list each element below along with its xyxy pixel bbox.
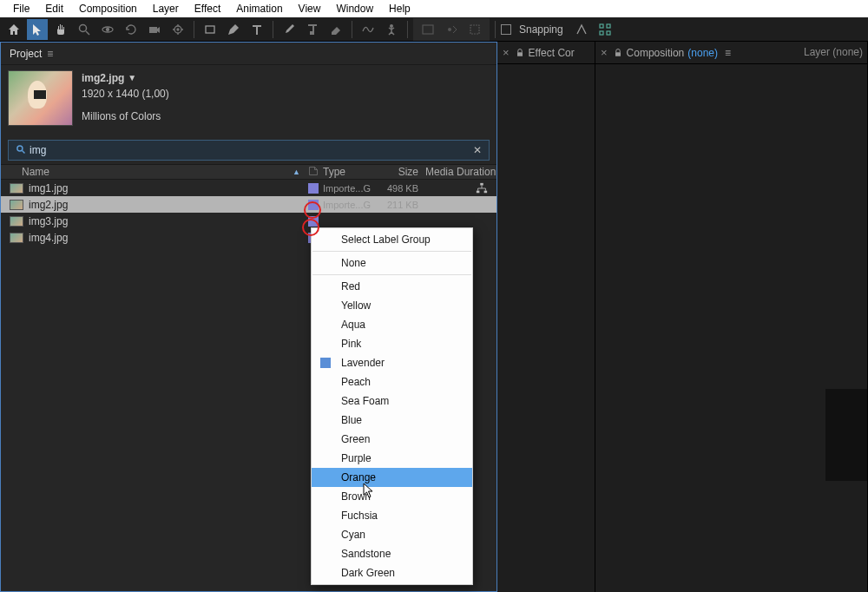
label-color-lavender[interactable]: Lavender [312,353,472,372]
label-color-orange[interactable]: Orange [312,468,472,487]
context-menu-none[interactable]: None [312,253,472,273]
lock-icon [515,48,525,58]
clone-tool-icon[interactable] [302,19,323,40]
snap-toggle-icon[interactable] [571,19,592,40]
search-row: img ✕ [8,140,490,161]
mask-tool-group [413,18,490,41]
asset-row-name: img2.jpg [29,199,68,211]
asset-name: img2.jpg [82,70,124,86]
svg-rect-7 [206,26,214,33]
home-icon[interactable] [3,19,24,40]
label-color-green[interactable]: Green [312,430,472,449]
menu-file[interactable]: File [5,1,37,16]
label-color-name: Dark Green [341,567,395,579]
label-color-name: Blue [341,414,362,426]
comp-none-link[interactable]: (none) [687,47,718,59]
label-color-red[interactable]: Red [312,277,472,296]
project-tab[interactable]: Project ≡ [1,43,496,65]
zoom-tool-icon[interactable] [74,19,95,40]
mask-mode-icon[interactable] [418,19,438,40]
selection-tool-icon[interactable] [27,19,48,40]
label-color-sandstone[interactable]: Sandstone [312,544,472,563]
menu-composition[interactable]: Composition [71,1,145,16]
snapping-checkbox[interactable] [501,24,511,35]
pen-tool-icon[interactable] [223,19,244,40]
svg-rect-20 [484,190,488,193]
label-color-blue[interactable]: Blue [312,411,472,430]
menu-view[interactable]: View [291,1,329,16]
panel-menu-icon[interactable]: ≡ [47,48,53,60]
roto-tool-icon[interactable] [358,19,378,40]
rotation-tool-icon[interactable] [121,19,141,40]
label-color-name: Purple [341,452,372,464]
puppet-tool-icon[interactable] [381,19,402,40]
label-color-dark-green[interactable]: Dark Green [312,563,472,582]
pan-behind-icon[interactable] [168,19,188,40]
svg-rect-12 [600,24,603,28]
label-color-aqua[interactable]: Aqua [312,315,472,334]
asset-row[interactable]: img1.jpgImporte...G498 KB [1,180,496,196]
asset-dropdown-caret[interactable]: ▼ [128,70,136,86]
label-color-purple[interactable]: Purple [312,449,472,468]
column-headers: Name ▲ Type Size Media Duration [1,164,496,180]
column-media-duration[interactable]: Media Duration [425,166,496,178]
close-icon[interactable]: × [503,46,511,59]
context-menu-title[interactable]: Select Label Group [312,230,472,249]
label-color-pink[interactable]: Pink [312,334,472,353]
menu-help[interactable]: Help [381,1,418,16]
search-input[interactable]: img [30,144,466,156]
label-color-cyan[interactable]: Cyan [312,525,472,544]
mask-expand-icon[interactable] [464,19,485,40]
column-type[interactable]: Type [323,166,384,178]
menu-layer[interactable]: Layer [145,1,187,16]
panel-menu-icon[interactable]: ≡ [725,47,731,59]
menu-effect[interactable]: Effect [187,1,228,16]
asset-thumbnail[interactable] [8,70,73,126]
eraser-tool-icon[interactable] [326,19,346,40]
layer-tab-label[interactable]: Layer (none) [804,46,863,58]
close-icon[interactable]: × [601,46,609,59]
label-color-fuchsia[interactable]: Fuchsia [312,506,472,525]
label-color-name: Orange [341,471,376,483]
svg-rect-14 [600,31,603,35]
project-tab-label: Project [10,48,42,60]
mask-feather-icon[interactable] [441,19,462,40]
svg-rect-11 [470,25,479,34]
label-color-name: Red [341,280,360,293]
toolbar: Snapping [0,17,868,42]
clear-search-icon[interactable]: ✕ [466,144,489,156]
column-size[interactable]: Size [384,166,425,178]
file-thumbnail-icon [10,183,23,194]
rectangle-tool-icon[interactable] [200,19,220,40]
svg-rect-15 [607,31,610,35]
menu-edit[interactable]: Edit [37,1,71,16]
column-name[interactable]: Name ▲ [1,166,304,178]
menu-animation[interactable]: Animation [228,1,290,16]
orbit-tool-icon[interactable] [97,19,118,40]
brush-tool-icon[interactable] [279,19,299,40]
asset-row-name: img1.jpg [29,182,68,194]
column-label[interactable] [304,166,323,179]
menu-window[interactable]: Window [328,1,381,16]
asset-row-type: Importe...G [323,200,384,210]
mouse-cursor [363,483,375,501]
label-color-brown[interactable]: Brown [312,487,472,506]
col-name-label: Name [22,166,49,178]
snapping-label: Snapping [514,23,569,36]
snap-grid-icon[interactable] [595,19,615,40]
file-thumbnail-icon [10,216,23,227]
right-panels: × Effect Cor × Composition (none) ≡ [497,42,868,592]
svg-rect-13 [607,24,610,28]
hand-tool-icon[interactable] [50,19,71,40]
text-tool-icon[interactable] [247,19,267,40]
svg-line-1 [86,31,89,35]
flowchart-icon[interactable] [476,182,488,194]
label-color-sea-foam[interactable]: Sea Foam [312,391,472,411]
label-color-peach[interactable]: Peach [312,372,472,391]
label-color-yellow[interactable]: Yellow [312,296,472,315]
asset-row-size: 211 KB [384,200,425,210]
label-color-swatch[interactable] [304,183,323,194]
camera-tool-icon[interactable] [144,19,165,40]
effect-controls-tab[interactable]: × Effect Cor [497,42,595,64]
asset-row[interactable]: img2.jpgImporte...G211 KB [1,196,496,213]
